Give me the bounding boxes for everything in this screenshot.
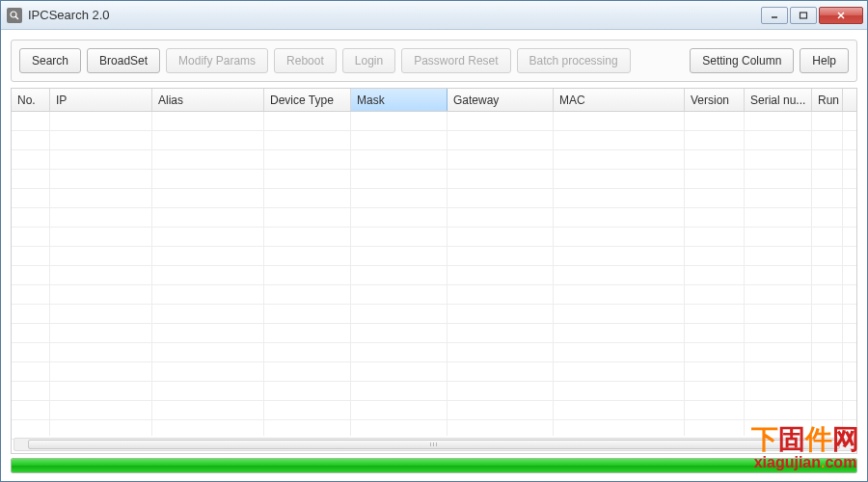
column-header-serial_nu[interactable]: Serial nu... xyxy=(745,89,812,111)
column-header-ip[interactable]: IP xyxy=(50,89,152,111)
modify-params-button[interactable]: Modify Params xyxy=(166,48,268,73)
svg-line-1 xyxy=(15,16,18,19)
table-body xyxy=(12,112,856,436)
minimize-button[interactable] xyxy=(761,7,788,24)
broadset-button[interactable]: BroadSet xyxy=(87,48,160,73)
app-icon xyxy=(7,8,22,23)
window-title: IPCSearch 2.0 xyxy=(28,8,761,22)
toolbar: Search BroadSet Modify Params Reboot Log… xyxy=(11,40,857,82)
column-header-no[interactable]: No. xyxy=(12,89,50,111)
scrollbar-thumb[interactable] xyxy=(28,440,840,449)
device-table: No.IPAliasDevice TypeMaskGatewayMACVersi… xyxy=(11,88,857,454)
reboot-button[interactable]: Reboot xyxy=(274,48,337,73)
column-header-mac[interactable]: MAC xyxy=(554,89,685,111)
window-controls xyxy=(761,7,863,24)
close-button[interactable] xyxy=(819,7,863,24)
maximize-button[interactable] xyxy=(790,7,817,24)
progress-fill xyxy=(12,459,856,472)
app-window: IPCSearch 2.0 Search BroadSet Modify Par… xyxy=(0,0,868,482)
setting-column-button[interactable]: Setting Column xyxy=(690,48,794,73)
column-header-alias[interactable]: Alias xyxy=(152,89,264,111)
table-header: No.IPAliasDevice TypeMaskGatewayMACVersi… xyxy=(12,89,856,112)
column-header-gateway[interactable]: Gateway xyxy=(448,89,554,111)
titlebar[interactable]: IPCSearch 2.0 xyxy=(1,1,867,30)
login-button[interactable]: Login xyxy=(342,48,395,73)
password-reset-button[interactable]: Password Reset xyxy=(401,48,510,73)
search-button[interactable]: Search xyxy=(19,48,81,73)
column-header-device_type[interactable]: Device Type xyxy=(264,89,351,111)
horizontal-scrollbar[interactable] xyxy=(14,438,854,451)
column-header-mask[interactable]: Mask xyxy=(351,89,448,111)
batch-processing-button[interactable]: Batch processing xyxy=(517,48,631,73)
column-header-run[interactable]: Run xyxy=(812,89,843,111)
svg-rect-3 xyxy=(800,13,807,18)
progress-bar xyxy=(11,458,857,473)
column-header-version[interactable]: Version xyxy=(685,89,745,111)
help-button[interactable]: Help xyxy=(800,48,849,73)
